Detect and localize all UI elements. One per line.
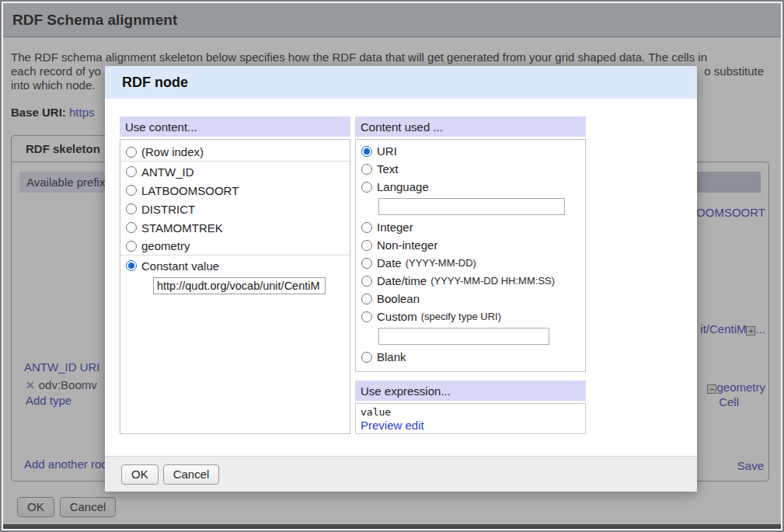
option-non-integer[interactable]: Non-integer [356,236,585,254]
constant-value-input[interactable] [153,277,326,294]
radio-constant-value[interactable] [126,260,137,271]
dialog-title: RDF node [105,66,697,99]
radio-integer[interactable] [361,222,372,233]
radio-row-index[interactable] [126,147,137,158]
option-label[interactable]: (Row index) [141,145,204,158]
option-district[interactable]: DISTRICT [120,200,350,218]
option-date[interactable]: Date (YYYY-MM-DD) [356,254,585,272]
radio-date[interactable] [361,258,372,269]
radio-latboomsoort[interactable] [126,185,137,196]
use-content-column: Use content... (Row index) ANTW_ID LATBO… [120,116,350,434]
option-geometry[interactable]: geometry [120,237,350,256]
content-used-listbox: URI Text Language Integer Non-integ [355,139,586,372]
use-content-listbox: (Row index) ANTW_ID LATBOOMSOORT DISTRIC… [120,139,350,434]
option-antw-id[interactable]: ANTW_ID [120,162,350,181]
option-note: (YYYY-MM-DD) [406,257,476,269]
option-label[interactable]: Non-integer [377,238,437,252]
use-content-header: Use content... [120,116,350,137]
radio-stamomtrek[interactable] [126,222,137,233]
option-label[interactable]: Boolean [377,292,420,305]
radio-datetime[interactable] [361,276,372,287]
option-label[interactable]: Custom [377,310,417,323]
option-label[interactable]: Language [377,180,429,193]
content-used-header: Content used ... [355,116,586,137]
option-label[interactable]: ANTW_ID [141,165,194,179]
option-text[interactable]: Text [356,160,585,178]
option-constant-value[interactable]: Constant value [120,256,350,275]
option-label[interactable]: geometry [141,239,190,252]
option-stamomtrek[interactable]: STAMOMTREK [120,218,350,237]
option-language[interactable]: Language [356,178,585,196]
option-label[interactable]: Date/time [377,274,427,287]
option-label[interactable]: Constant value [141,259,219,273]
radio-uri[interactable] [361,146,372,157]
option-uri[interactable]: URI [356,142,585,160]
language-input[interactable] [378,198,565,215]
content-used-column: Content used ... URI Text Language In [355,116,586,434]
dialog-footer: OK Cancel [105,456,697,492]
option-integer[interactable]: Integer [356,218,585,236]
dialog-cancel-button[interactable]: Cancel [163,464,220,485]
option-boolean[interactable]: Boolean [356,290,585,308]
option-latboomsoort[interactable]: LATBOOMSOORT [120,181,350,200]
dialog-ok-button[interactable]: OK [121,464,159,485]
option-label[interactable]: STAMOMTREK [141,221,223,235]
expression-box: value Preview edit [355,403,586,434]
openrefine-page: RDF Schema alignment The RDF schema alig… [0,0,784,532]
radio-geometry[interactable] [126,241,137,252]
option-custom[interactable]: Custom (specify type URI) [356,308,585,325]
custom-type-uri-input[interactable] [378,328,549,345]
option-note: (specify type URI) [421,311,501,322]
option-label[interactable]: Date [377,256,402,269]
option-label[interactable]: Blank [377,350,406,363]
radio-language[interactable] [361,182,372,193]
radio-boolean[interactable] [361,294,372,304]
rdf-node-dialog: RDF node Use content... (Row index) ANTW… [105,66,697,492]
option-note: (YYYY-MM-DD HH:MM:SS) [430,275,555,287]
radio-district[interactable] [126,203,137,214]
expression-value: value [361,406,580,418]
option-label[interactable]: Integer [377,221,413,234]
option-label[interactable]: LATBOOMSOORT [141,184,239,197]
option-label[interactable]: Text [377,162,399,176]
radio-antw-id[interactable] [126,166,137,177]
option-datetime[interactable]: Date/time (YYYY-MM-DD HH:MM:SS) [356,272,585,290]
option-label[interactable]: URI [377,144,397,158]
option-blank[interactable]: Blank [356,348,585,366]
option-label[interactable]: DISTRICT [141,203,195,216]
radio-custom[interactable] [361,311,372,322]
radio-non-integer[interactable] [361,240,372,251]
radio-text[interactable] [361,164,372,175]
preview-edit-link[interactable]: Preview edit [361,419,424,432]
option-row-index[interactable]: (Row index) [120,143,350,162]
use-expression-header: Use expression... [355,381,586,401]
radio-blank[interactable] [361,352,372,363]
